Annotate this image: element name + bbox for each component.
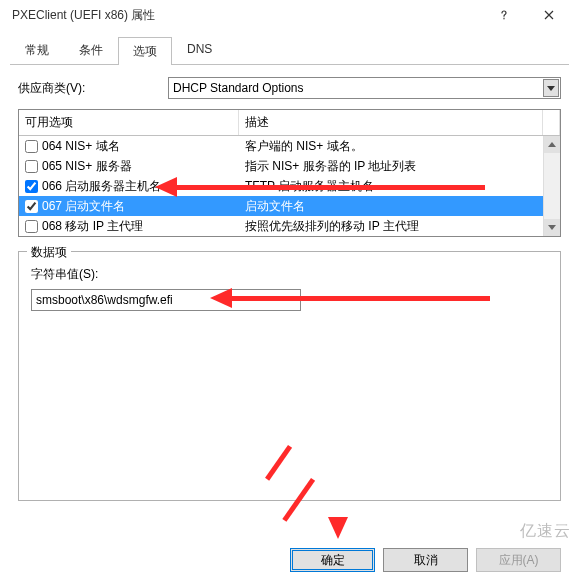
tab-conditions[interactable]: 条件 <box>64 36 118 64</box>
option-desc: TFTP 启动服务器主机名 <box>239 178 560 195</box>
chevron-down-icon[interactable] <box>543 79 559 97</box>
string-value-input[interactable] <box>31 289 301 311</box>
data-item-group: 数据项 字符串值(S): <box>18 251 561 501</box>
group-legend: 数据项 <box>27 244 71 261</box>
window-title: PXEClient (UEFI x86) 属性 <box>8 7 481 24</box>
options-scrollbar[interactable] <box>543 136 560 236</box>
titlebar: PXEClient (UEFI x86) 属性 <box>0 0 579 30</box>
tab-general[interactable]: 常规 <box>10 36 64 64</box>
col-available[interactable]: 可用选项 <box>19 110 239 135</box>
scroll-down-icon[interactable] <box>544 219 560 236</box>
tab-options[interactable]: 选项 <box>118 37 172 65</box>
vendor-label: 供应商类(V): <box>18 80 168 97</box>
tab-dns[interactable]: DNS <box>172 36 227 64</box>
vendor-combobox[interactable]: DHCP Standard Options <box>168 77 561 99</box>
options-header: 可用选项 描述 <box>19 110 560 136</box>
option-code: 067 启动文件名 <box>42 198 125 215</box>
option-code: 066 启动服务器主机名 <box>42 178 161 195</box>
apply-button: 应用(A) <box>476 548 561 572</box>
dialog-buttons: 确定 取消 应用(A) <box>290 548 561 572</box>
checkbox-064[interactable] <box>25 140 38 153</box>
option-desc: 按照优先级排列的移动 IP 主代理 <box>239 218 560 235</box>
checkbox-067[interactable] <box>25 200 38 213</box>
checkbox-068[interactable] <box>25 220 38 233</box>
col-description[interactable]: 描述 <box>239 110 543 135</box>
tab-panel-options: 供应商类(V): DHCP Standard Options 可用选项 描述 0… <box>0 65 579 501</box>
checkbox-066[interactable] <box>25 180 38 193</box>
option-code: 064 NIS+ 域名 <box>42 138 120 155</box>
checkbox-065[interactable] <box>25 160 38 173</box>
vendor-row: 供应商类(V): DHCP Standard Options <box>18 77 561 99</box>
options-body: 064 NIS+ 域名 客户端的 NIS+ 域名。 065 NIS+ 服务器 指… <box>19 136 560 236</box>
option-row-067[interactable]: 067 启动文件名 启动文件名 <box>19 196 560 216</box>
col-scroll-spacer <box>543 110 560 135</box>
watermark: 亿速云 <box>520 521 571 542</box>
option-row-064[interactable]: 064 NIS+ 域名 客户端的 NIS+ 域名。 <box>19 136 560 156</box>
option-desc: 指示 NIS+ 服务器的 IP 地址列表 <box>239 158 560 175</box>
option-code: 065 NIS+ 服务器 <box>42 158 132 175</box>
vendor-value: DHCP Standard Options <box>173 81 304 95</box>
option-desc: 启动文件名 <box>239 198 560 215</box>
options-list: 可用选项 描述 064 NIS+ 域名 客户端的 NIS+ 域名。 065 NI… <box>18 109 561 237</box>
option-code: 068 移动 IP 主代理 <box>42 218 143 235</box>
option-row-068[interactable]: 068 移动 IP 主代理 按照优先级排列的移动 IP 主代理 <box>19 216 560 236</box>
option-row-065[interactable]: 065 NIS+ 服务器 指示 NIS+ 服务器的 IP 地址列表 <box>19 156 560 176</box>
help-button[interactable] <box>481 0 526 30</box>
cancel-button[interactable]: 取消 <box>383 548 468 572</box>
option-desc: 客户端的 NIS+ 域名。 <box>239 138 560 155</box>
option-row-066[interactable]: 066 启动服务器主机名 TFTP 启动服务器主机名 <box>19 176 560 196</box>
tab-bar: 常规 条件 选项 DNS <box>10 36 569 65</box>
close-button[interactable] <box>526 0 571 30</box>
ok-button[interactable]: 确定 <box>290 548 375 572</box>
string-value-label: 字符串值(S): <box>31 266 548 283</box>
scroll-up-icon[interactable] <box>544 136 560 153</box>
